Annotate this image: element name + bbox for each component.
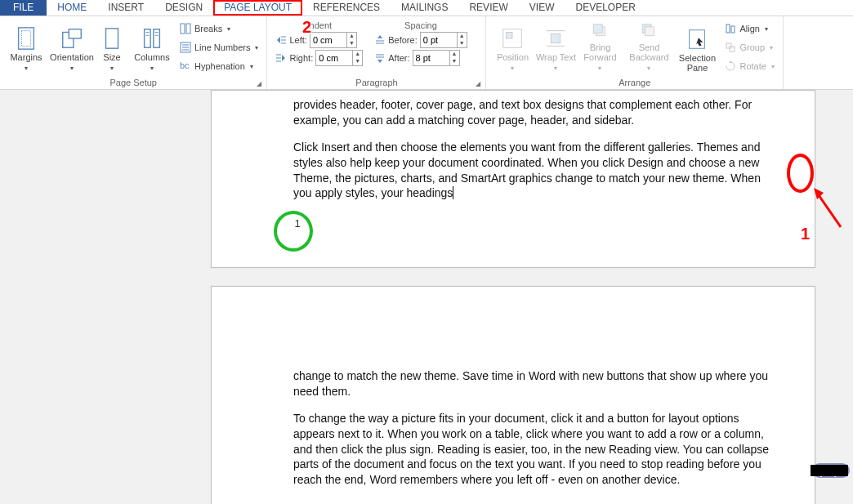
spinner-up-icon[interactable]: ▲ — [352, 51, 362, 58]
dropdown-arrow-icon: ▾ — [255, 44, 258, 51]
align-label: Align — [739, 24, 759, 33]
dialog-launcher-icon[interactable]: ◢ — [257, 80, 261, 87]
dropdown-arrow-icon: ▾ — [511, 65, 514, 72]
columns-label: Columns — [134, 52, 169, 62]
orientation-label: Orientation — [50, 52, 94, 62]
wrap-text-label: Wrap Text — [536, 52, 576, 62]
tab-home[interactable]: HOME — [47, 0, 97, 16]
columns-icon — [140, 26, 164, 51]
svg-rect-4 — [106, 29, 118, 48]
group-objects-button: Group▾ — [721, 39, 777, 56]
tab-references[interactable]: REFERENCES — [302, 0, 391, 16]
document-area[interactable]: provides header, footer, cover page, and… — [0, 90, 853, 504]
size-icon — [100, 26, 124, 51]
columns-button[interactable]: Columns▾ — [129, 19, 175, 73]
send-backward-label: Send Backward — [629, 42, 668, 62]
annotation-number-2: 2 — [302, 18, 311, 37]
spinner-up-icon[interactable]: ▲ — [457, 33, 467, 40]
svg-rect-11 — [181, 24, 185, 33]
annotation-number-1: 1 — [801, 225, 810, 243]
ribbon: Margins▾ Orientation▾ Size▾ Columns▾ Bre… — [0, 16, 853, 90]
indent-right-input[interactable] — [316, 53, 352, 63]
svg-marker-21 — [282, 55, 285, 61]
page-2[interactable]: change to match the new theme. Save time… — [211, 286, 815, 504]
wrap-text-button: Wrap Text▾ — [535, 19, 576, 73]
spinner-down-icon[interactable]: ▼ — [352, 58, 362, 65]
line-numbers-label: Line Numbers — [194, 42, 250, 52]
indent-right-spinner[interactable]: ▲▼ — [315, 50, 363, 66]
indent-right-icon — [275, 52, 287, 64]
tab-file[interactable]: FILE — [0, 0, 47, 16]
hyphenation-button[interactable]: bc Hyphenation▾ — [176, 58, 261, 74]
spinner-down-icon[interactable]: ▼ — [457, 40, 467, 47]
margins-button[interactable]: Margins▾ — [3, 19, 49, 73]
line-numbers-button[interactable]: Line Numbers▾ — [176, 39, 261, 56]
svg-rect-1 — [21, 31, 30, 47]
dialog-launcher-icon[interactable]: ◢ — [476, 80, 480, 87]
rotate-label: Rotate — [739, 61, 766, 71]
breaks-label: Breaks — [194, 24, 222, 33]
svg-rect-44 — [726, 43, 731, 48]
tab-design[interactable]: DESIGN — [154, 0, 213, 16]
tab-developer[interactable]: DEVELOPER — [565, 0, 645, 16]
size-button[interactable]: Size▾ — [95, 19, 129, 73]
spinner-up-icon[interactable]: ▲ — [346, 33, 356, 40]
svg-rect-40 — [690, 30, 705, 49]
breaks-button[interactable]: Breaks▾ — [176, 20, 261, 37]
spacing-before-input[interactable] — [421, 35, 457, 45]
spacing-after-label: After: — [388, 53, 409, 63]
send-backward-button: Send Backward▾ — [623, 19, 674, 73]
indent-left-icon — [275, 34, 287, 46]
spacing-after-input[interactable] — [413, 53, 449, 63]
hyphenation-label: Hyphenation — [194, 61, 245, 71]
bring-forward-icon — [587, 20, 612, 41]
group-paragraph: Indent Left: ▲▼ Right: ▲▼ Spacing Before… — [267, 16, 486, 89]
svg-marker-46 — [729, 60, 732, 63]
rotate-icon — [725, 60, 736, 72]
selection-pane-button[interactable]: Selection Pane — [674, 19, 720, 73]
margins-icon — [14, 26, 38, 51]
svg-rect-32 — [507, 33, 513, 39]
indent-right-label: Right: — [289, 53, 313, 63]
indent-left-input[interactable] — [310, 35, 346, 45]
svg-marker-17 — [277, 37, 280, 43]
tab-mailings[interactable]: MAILINGS — [391, 0, 458, 16]
dropdown-arrow-icon: ▾ — [70, 65, 74, 72]
orientation-icon — [60, 26, 84, 51]
spacing-before-spinner[interactable]: ▲▼ — [420, 32, 467, 48]
svg-rect-42 — [726, 25, 730, 33]
spinner-down-icon[interactable]: ▼ — [449, 58, 459, 65]
svg-rect-39 — [645, 27, 654, 36]
tab-page-layout[interactable]: PAGE LAYOUT — [213, 0, 302, 16]
bring-forward-label: Bring Forward — [583, 42, 616, 62]
spinner-down-icon[interactable]: ▼ — [346, 40, 356, 47]
send-backward-icon — [636, 20, 661, 41]
svg-marker-25 — [377, 35, 382, 38]
body-paragraph: To change the way a picture fits in your… — [293, 411, 775, 488]
group-label: Paragraph — [355, 78, 397, 87]
orientation-button[interactable]: Orientation▾ — [49, 19, 95, 73]
ribbon-tabs: FILE HOME INSERT DESIGN PAGE LAYOUT REFE… — [0, 0, 853, 16]
selection-pane-label: Selection Pane — [674, 53, 720, 73]
page-1[interactable]: provides header, footer, cover page, and… — [211, 90, 815, 268]
tab-insert[interactable]: INSERT — [97, 0, 154, 16]
svg-rect-43 — [731, 26, 735, 33]
svg-rect-3 — [69, 29, 81, 38]
tab-review[interactable]: REVIEW — [458, 0, 518, 16]
spinner-up-icon[interactable]: ▲ — [449, 51, 459, 58]
dropdown-arrow-icon: ▾ — [150, 65, 154, 72]
position-button: Position▾ — [489, 19, 535, 73]
group-label: Page Setup — [109, 78, 157, 87]
position-label: Position — [497, 52, 529, 62]
spacing-after-spinner[interactable]: ▲▼ — [413, 50, 460, 66]
align-button[interactable]: Align▾ — [721, 20, 777, 37]
watermark-strip — [811, 465, 848, 476]
dropdown-arrow-icon: ▾ — [770, 44, 773, 51]
dropdown-arrow-icon: ▾ — [110, 65, 114, 72]
position-icon — [500, 26, 525, 51]
indent-left-spinner[interactable]: ▲▼ — [310, 32, 357, 48]
text-cursor — [453, 186, 453, 199]
hyphenation-icon: bc — [180, 60, 191, 72]
svg-rect-45 — [730, 47, 735, 51]
tab-view[interactable]: VIEW — [519, 0, 565, 16]
